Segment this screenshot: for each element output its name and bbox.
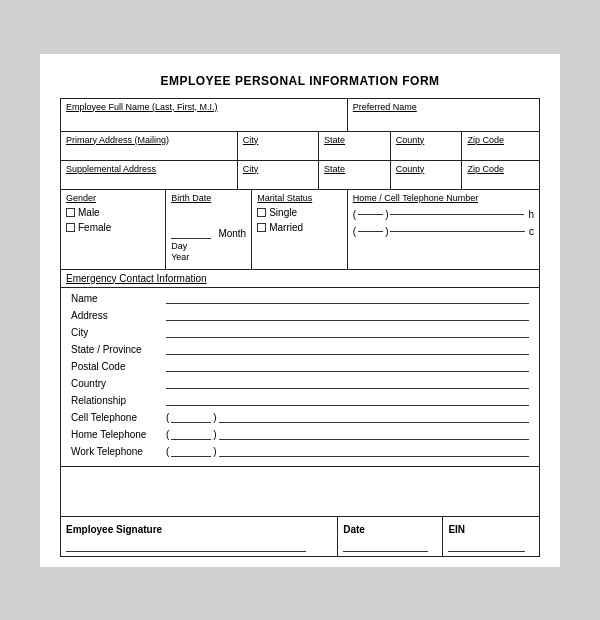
emergency-work-number[interactable] bbox=[219, 445, 529, 457]
emergency-postal-field[interactable] bbox=[166, 360, 529, 372]
emergency-address-field[interactable] bbox=[166, 309, 529, 321]
primary-address-label: Primary Address (Mailing) bbox=[66, 135, 232, 145]
emergency-work-area[interactable] bbox=[171, 445, 211, 457]
birth-date-label: Birth Date bbox=[171, 193, 246, 203]
emergency-postal-label: Postal Code bbox=[71, 361, 161, 372]
phone-home-area[interactable] bbox=[358, 214, 383, 215]
emergency-relationship-label: Relationship bbox=[71, 395, 161, 406]
signature-cell: Employee Signature bbox=[61, 517, 338, 556]
emergency-name-row: Name bbox=[71, 292, 529, 304]
emergency-home-phone-label: Home Telephone bbox=[71, 429, 161, 440]
preferred-name-label: Preferred Name bbox=[353, 102, 534, 112]
primary-state-label: State bbox=[324, 135, 385, 145]
emergency-work-phone-label: Work Telephone bbox=[71, 446, 161, 457]
birth-date-cell: Birth Date Month Day Year bbox=[166, 190, 252, 269]
emergency-relationship-row: Relationship bbox=[71, 394, 529, 406]
emergency-home-number[interactable] bbox=[219, 428, 529, 440]
emergency-address-label: Address bbox=[71, 310, 161, 321]
male-checkbox[interactable] bbox=[66, 208, 75, 217]
month-label-text: Month bbox=[218, 228, 246, 239]
form-title: EMPLOYEE PERSONAL INFORMATION FORM bbox=[60, 74, 540, 88]
supplemental-address-row: Supplemental Address City State County Z… bbox=[61, 161, 539, 190]
gender-cell: Gender Male Female bbox=[61, 190, 166, 269]
phone-cell-number[interactable] bbox=[390, 231, 525, 232]
emergency-name-field[interactable] bbox=[166, 292, 529, 304]
emergency-cell-phone-wrap: ( ) bbox=[166, 411, 529, 423]
birth-fields: Month Day Year bbox=[171, 228, 246, 262]
primary-zip-label: Zip Code bbox=[467, 135, 533, 145]
primary-county-label: County bbox=[396, 135, 457, 145]
supp-zip-label: Zip Code bbox=[467, 164, 533, 174]
birth-day-field[interactable] bbox=[171, 238, 211, 239]
emergency-city-row: City bbox=[71, 326, 529, 338]
married-label: Married bbox=[269, 222, 303, 233]
single-option[interactable]: Single bbox=[257, 207, 342, 218]
phone-cell: Home / Cell Telephone Number ( ) h ( ) c bbox=[348, 190, 539, 269]
supp-county-label: County bbox=[396, 164, 457, 174]
emergency-cell-phone-row: Cell Telephone ( ) bbox=[71, 411, 529, 423]
married-checkbox[interactable] bbox=[257, 223, 266, 232]
primary-county-cell: County bbox=[391, 132, 463, 160]
h-suffix: h bbox=[528, 209, 534, 220]
marital-status-label: Marital Status bbox=[257, 193, 342, 203]
ein-line[interactable] bbox=[448, 551, 525, 552]
phone-cell-area[interactable] bbox=[358, 231, 383, 232]
supp-address-cell: Supplemental Address bbox=[61, 161, 238, 189]
emergency-work-phone-wrap: ( ) bbox=[166, 445, 529, 457]
gender-label: Gender bbox=[66, 193, 160, 203]
name-row: Employee Full Name (Last, First, M.I.) P… bbox=[61, 99, 539, 132]
emergency-cell-area[interactable] bbox=[171, 411, 211, 423]
supp-state-cell: State bbox=[319, 161, 391, 189]
emergency-relationship-field[interactable] bbox=[166, 394, 529, 406]
supp-county-cell: County bbox=[391, 161, 463, 189]
emergency-state-label: State / Province bbox=[71, 344, 161, 355]
birth-day-year-labels: Day bbox=[171, 241, 246, 251]
full-name-label: Employee Full Name (Last, First, M.I.) bbox=[66, 102, 342, 112]
emergency-country-row: Country bbox=[71, 377, 529, 389]
form-container: Employee Full Name (Last, First, M.I.) P… bbox=[60, 98, 540, 557]
emergency-city-label: City bbox=[71, 327, 161, 338]
primary-city-cell: City bbox=[238, 132, 319, 160]
ein-cell: EIN bbox=[443, 517, 539, 556]
empty-section bbox=[61, 467, 539, 517]
emergency-state-field[interactable] bbox=[166, 343, 529, 355]
female-option[interactable]: Female bbox=[66, 222, 160, 233]
phone-label: Home / Cell Telephone Number bbox=[353, 193, 534, 203]
ein-label: EIN bbox=[448, 524, 465, 535]
male-option[interactable]: Male bbox=[66, 207, 160, 218]
female-label: Female bbox=[78, 222, 111, 233]
female-checkbox[interactable] bbox=[66, 223, 75, 232]
primary-address-row: Primary Address (Mailing) City State Cou… bbox=[61, 132, 539, 161]
date-line[interactable] bbox=[343, 551, 428, 552]
supp-city-cell: City bbox=[238, 161, 319, 189]
emergency-cell-number[interactable] bbox=[219, 411, 529, 423]
emergency-address-row: Address bbox=[71, 309, 529, 321]
primary-zip-cell: Zip Code bbox=[462, 132, 538, 160]
signature-line[interactable] bbox=[66, 551, 306, 552]
emergency-country-field[interactable] bbox=[166, 377, 529, 389]
married-option[interactable]: Married bbox=[257, 222, 342, 233]
full-name-cell: Employee Full Name (Last, First, M.I.) bbox=[61, 99, 348, 131]
primary-city-label: City bbox=[243, 135, 313, 145]
emergency-country-label: Country bbox=[71, 378, 161, 389]
emergency-header: Emergency Contact Information bbox=[61, 270, 539, 288]
emergency-work-phone-row: Work Telephone ( ) bbox=[71, 445, 529, 457]
c-suffix: c bbox=[529, 226, 534, 237]
supp-zip-cell: Zip Code bbox=[462, 161, 538, 189]
phone-home-row: ( ) h bbox=[353, 209, 534, 220]
emergency-home-phone-row: Home Telephone ( ) bbox=[71, 428, 529, 440]
phone-home-number[interactable] bbox=[390, 214, 524, 215]
emergency-city-field[interactable] bbox=[166, 326, 529, 338]
marital-status-cell: Marital Status Single Married bbox=[252, 190, 348, 269]
supp-city-label: City bbox=[243, 164, 313, 174]
emergency-home-area[interactable] bbox=[171, 428, 211, 440]
supp-state-label: State bbox=[324, 164, 385, 174]
preferred-name-cell: Preferred Name bbox=[348, 99, 539, 131]
single-checkbox[interactable] bbox=[257, 208, 266, 217]
birth-year-label: Year bbox=[171, 252, 246, 262]
emergency-postal-row: Postal Code bbox=[71, 360, 529, 372]
single-label: Single bbox=[269, 207, 297, 218]
personal-info-row: Gender Male Female Birth Date Month bbox=[61, 190, 539, 270]
signature-row: Employee Signature Date EIN bbox=[61, 517, 539, 556]
primary-state-cell: State bbox=[319, 132, 391, 160]
